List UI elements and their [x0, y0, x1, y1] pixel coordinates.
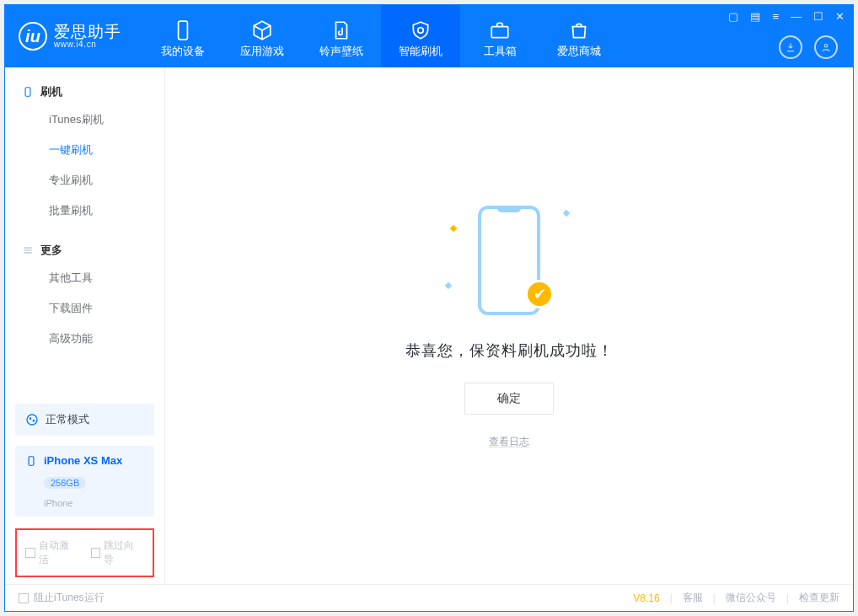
svg-rect-7 — [29, 456, 34, 465]
sidebar-item-label: iTunes刷机 — [49, 113, 104, 126]
svg-rect-1 — [491, 26, 508, 37]
sidebar-group-label: 更多 — [40, 243, 62, 258]
success-message: 恭喜您，保资料刷机成功啦！ — [405, 340, 614, 361]
device-icon — [22, 86, 34, 98]
view-log-link[interactable]: 查看日志 — [489, 435, 529, 449]
sidebar: 刷机 iTunes刷机 一键刷机 专业刷机 批量刷机 更多 其他工具 下载固件 … — [5, 67, 165, 584]
phone-notch-icon — [497, 206, 521, 212]
phone-small-icon — [25, 455, 37, 467]
checkbox-icon — [19, 593, 29, 603]
svg-rect-3 — [25, 88, 30, 97]
sidebar-group-label: 刷机 — [40, 84, 62, 99]
status-bar: 阻止iTunes运行 V8.16 | 客服 | 微信公众号 | 检查更新 — [5, 584, 853, 611]
device-type: iPhone — [44, 498, 72, 508]
check-badge-icon: ✔ — [525, 280, 554, 308]
check-update-link[interactable]: 检查更新 — [799, 591, 839, 605]
mode-label: 正常模式 — [46, 412, 89, 427]
separator: | — [786, 592, 789, 604]
refresh-shield-icon — [410, 19, 432, 41]
sidebar-item-batch-flash[interactable]: 批量刷机 — [5, 196, 164, 226]
device-mode-card[interactable]: 正常模式 — [15, 404, 154, 436]
checkbox-icon — [25, 548, 35, 558]
device-capacity-badge: 256GB — [44, 477, 86, 489]
checkbox-label: 阻止iTunes运行 — [34, 591, 105, 605]
tab-label: 工具箱 — [484, 44, 517, 59]
ok-button[interactable]: 确定 — [464, 383, 554, 415]
sidebar-item-label: 高级功能 — [49, 332, 93, 345]
briefcase-icon — [489, 19, 511, 41]
minimize-button[interactable]: ― — [791, 10, 802, 23]
flash-options-highlight: 自动激活 跳过向导 — [15, 528, 154, 577]
checkbox-label: 跳过向导 — [104, 538, 144, 567]
sidebar-item-itunes-flash[interactable]: iTunes刷机 — [5, 104, 164, 135]
tab-label: 我的设备 — [161, 44, 205, 59]
phone-icon — [172, 19, 194, 41]
svg-point-4 — [27, 415, 37, 425]
brand-title: 爱思助手 — [54, 24, 121, 40]
shopping-bag-icon — [568, 19, 590, 41]
tshirt-icon[interactable]: ▢ — [728, 10, 738, 23]
download-button[interactable] — [779, 35, 802, 59]
tab-smart-flash[interactable]: 智能刷机 — [381, 5, 460, 67]
cube-icon — [251, 19, 273, 41]
separator: | — [713, 592, 716, 604]
sidebar-group-more: 更多 — [5, 238, 164, 263]
sparkle-icon — [563, 210, 570, 217]
sidebar-item-download-firmware[interactable]: 下载固件 — [5, 293, 164, 324]
brand-logo-icon: iu — [19, 22, 47, 51]
tab-label: 应用游戏 — [240, 44, 284, 59]
svg-point-6 — [33, 420, 35, 422]
sidebar-item-label: 专业刷机 — [49, 174, 93, 186]
tab-toolbox[interactable]: 工具箱 — [460, 5, 539, 67]
tab-apps-games[interactable]: 应用游戏 — [223, 5, 302, 67]
sidebar-item-advanced[interactable]: 高级功能 — [5, 324, 164, 354]
sidebar-item-other-tools[interactable]: 其他工具 — [5, 263, 164, 293]
tab-store[interactable]: 爱思商城 — [539, 5, 619, 67]
sidebar-group-flash: 刷机 — [5, 79, 164, 104]
brand: iu 爱思助手 www.i4.cn — [5, 5, 135, 67]
music-file-icon — [330, 19, 352, 41]
tab-ringtones-wallpapers[interactable]: 铃声壁纸 — [302, 5, 381, 67]
sidebar-item-onekey-flash[interactable]: 一键刷机 — [5, 135, 164, 165]
close-button[interactable]: ✕ — [835, 10, 845, 23]
sparkle-icon — [450, 225, 457, 232]
tab-label: 爱思商城 — [557, 44, 601, 59]
checkbox-label: 自动激活 — [39, 538, 79, 567]
success-illustration: ✔ — [446, 202, 572, 320]
svg-point-5 — [29, 417, 32, 420]
sidebar-item-label: 下载固件 — [49, 302, 93, 314]
svg-point-2 — [824, 45, 828, 48]
account-button[interactable] — [814, 35, 838, 59]
sparkle-icon — [445, 282, 452, 289]
brand-subtitle: www.i4.cn — [54, 40, 121, 49]
menu-lines-icon — [22, 244, 34, 256]
tab-label: 智能刷机 — [399, 44, 442, 59]
device-name: iPhone XS Max — [44, 454, 122, 467]
titlebar-controls: ▢ ▤ ≡ ― ☐ ✕ — [728, 10, 845, 23]
checkbox-auto-activate[interactable]: 自动激活 — [25, 538, 79, 567]
wechat-link[interactable]: 微信公众号 — [726, 591, 776, 605]
main-panel: ✔ 恭喜您，保资料刷机成功啦！ 确定 查看日志 — [165, 67, 853, 584]
sidebar-item-pro-flash[interactable]: 专业刷机 — [5, 165, 164, 196]
menu-icon[interactable]: ≡ — [772, 10, 779, 23]
checkbox-skip-guide[interactable]: 跳过向导 — [91, 538, 145, 567]
sidebar-item-label: 一键刷机 — [49, 143, 93, 156]
tab-label: 铃声壁纸 — [319, 44, 363, 59]
maximize-button[interactable]: ☐ — [813, 10, 823, 23]
header: iu 爱思助手 www.i4.cn 我的设备 应用游戏 — [5, 5, 853, 67]
separator: | — [670, 592, 673, 604]
checkbox-icon — [91, 548, 101, 558]
support-link[interactable]: 客服 — [683, 591, 703, 605]
svg-rect-0 — [179, 21, 188, 40]
sidebar-item-label: 批量刷机 — [49, 204, 93, 217]
tab-my-device[interactable]: 我的设备 — [143, 5, 223, 67]
main-tabs: 我的设备 应用游戏 铃声壁纸 智能刷机 — [143, 5, 770, 67]
mode-icon — [25, 413, 39, 426]
device-card[interactable]: iPhone XS Max 256GB iPhone — [15, 446, 154, 517]
version-label: V8.16 — [633, 592, 659, 604]
note-icon[interactable]: ▤ — [750, 10, 760, 23]
checkbox-block-itunes[interactable]: 阻止iTunes运行 — [19, 591, 105, 605]
sidebar-item-label: 其他工具 — [49, 271, 93, 284]
